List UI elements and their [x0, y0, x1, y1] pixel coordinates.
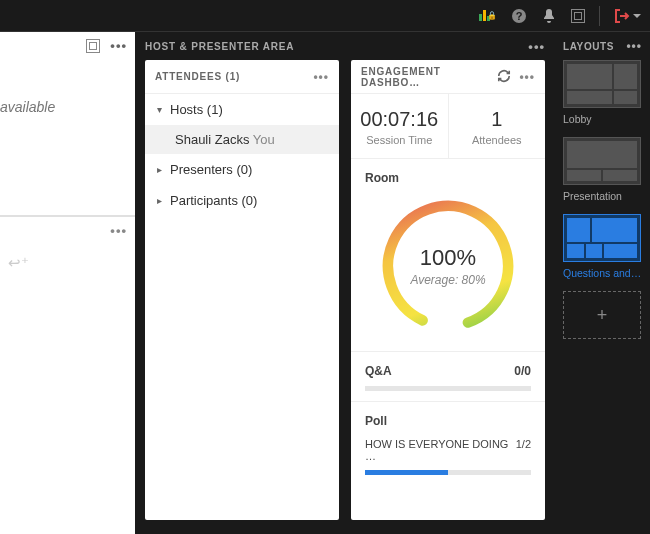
layouts-panel: LAYOUTS ••• Lobby Presentation Questions…: [555, 32, 650, 534]
chevron-right-icon: ▸: [157, 164, 162, 175]
layout-item-presentation[interactable]: Presentation: [563, 137, 642, 202]
group-label: Participants (0): [170, 193, 257, 208]
attendees-group-hosts[interactable]: ▾ Hosts (1): [145, 94, 339, 125]
more-icon[interactable]: •••: [313, 70, 329, 84]
topbar: 🔒 ?: [0, 0, 650, 32]
engagement-gauge: 100% Average: 80%: [373, 191, 523, 341]
engagement-title: ENGAGEMENT DASHBO…: [361, 66, 497, 88]
qa-progress: [365, 386, 531, 391]
attendees-title: ATTENDEES (1): [155, 71, 240, 82]
divider: [599, 6, 600, 26]
group-label: Presenters (0): [170, 162, 252, 177]
attendees-value: 1: [449, 108, 546, 131]
left-panel: ••• available ••• ↩⁺: [0, 32, 135, 534]
stats-icon[interactable]: 🔒: [479, 10, 497, 21]
attendee-name: Shauli Zacks: [175, 132, 249, 147]
layout-add-button[interactable]: +: [563, 291, 641, 339]
layout-item-questions[interactable]: Questions and…: [563, 214, 642, 279]
session-time-value: 00:07:16: [351, 108, 448, 131]
host-area-title: HOST & PRESENTER AREA: [145, 41, 294, 52]
poll-label: Poll: [365, 414, 387, 428]
qa-count: 0/0: [514, 364, 531, 378]
attendee-suffix: You: [253, 132, 275, 147]
chevron-down-icon: ▾: [157, 104, 162, 115]
refresh-icon[interactable]: [497, 69, 511, 85]
attendees-label: Attendees: [449, 134, 546, 146]
layout-label: Presentation: [563, 190, 642, 202]
layouts-title: LAYOUTS: [563, 41, 614, 52]
session-time-label: Session Time: [351, 134, 448, 146]
bell-icon[interactable]: [541, 8, 557, 24]
layout-label: Lobby: [563, 113, 642, 125]
more-icon[interactable]: •••: [528, 39, 545, 54]
more-icon[interactable]: •••: [626, 39, 642, 53]
svg-text:?: ?: [516, 10, 523, 22]
help-icon[interactable]: ?: [511, 8, 527, 24]
attendees-group-presenters[interactable]: ▸ Presenters (0): [145, 154, 339, 185]
engagement-pod: ENGAGEMENT DASHBO… ••• 00:07:16 Session …: [351, 60, 545, 520]
poll-count: 1/2: [516, 438, 531, 462]
qa-section: Q&A 0/0: [351, 351, 545, 401]
poll-question: HOW IS EVERYONE DOING …: [365, 438, 516, 462]
more-icon[interactable]: •••: [519, 70, 535, 84]
chevron-right-icon: ▸: [157, 195, 162, 206]
session-time-stat: 00:07:16 Session Time: [351, 94, 448, 158]
host-area-header: HOST & PRESENTER AREA •••: [135, 32, 555, 60]
gauge-average: Average: 80%: [410, 273, 485, 287]
attendees-group-participants[interactable]: ▸ Participants (0): [145, 185, 339, 216]
layout-item-lobby[interactable]: Lobby: [563, 60, 642, 125]
available-text: available: [0, 59, 135, 115]
qa-label: Q&A: [365, 364, 392, 378]
attendees-stat: 1 Attendees: [448, 94, 546, 158]
exit-icon[interactable]: [614, 8, 642, 24]
attendee-item[interactable]: Shauli Zacks You: [145, 125, 339, 154]
poll-progress: [365, 470, 531, 475]
layout-label: Questions and…: [563, 267, 642, 279]
undo-icon[interactable]: ↩⁺: [0, 254, 135, 272]
more-icon[interactable]: •••: [110, 223, 127, 238]
group-label: Hosts (1): [170, 102, 223, 117]
fullscreen-icon[interactable]: [86, 39, 100, 53]
gauge-percent: 100%: [420, 245, 476, 271]
fullscreen-icon[interactable]: [571, 9, 585, 23]
attendees-pod: ATTENDEES (1) ••• ▾ Hosts (1) Shauli Zac…: [145, 60, 339, 520]
more-icon[interactable]: •••: [110, 38, 127, 53]
room-label: Room: [351, 159, 545, 185]
poll-section: Poll HOW IS EVERYONE DOING … 1/2: [351, 401, 545, 485]
